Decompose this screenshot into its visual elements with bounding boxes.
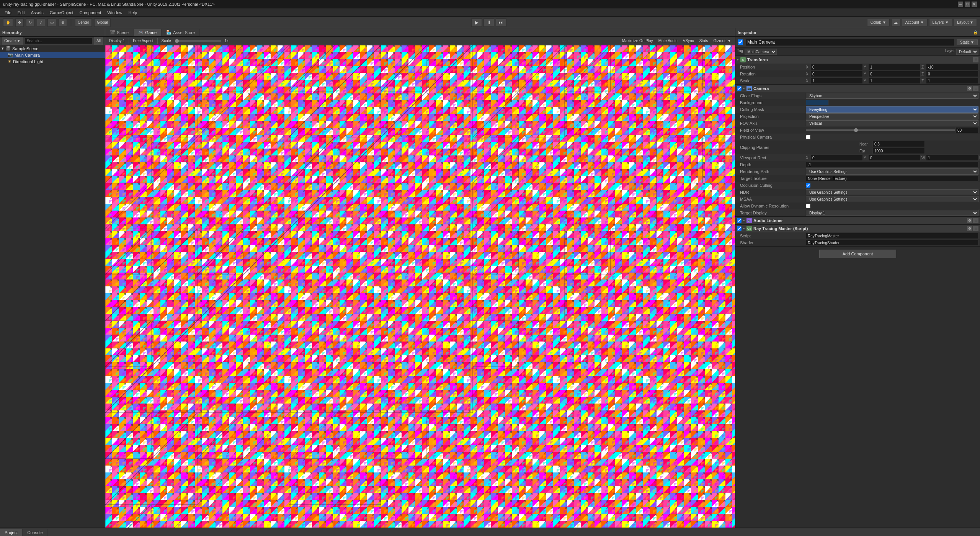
pos-y-input[interactable] [868,64,921,70]
rect-tool[interactable]: ▭ [47,18,56,27]
audio-listener-enabled-checkbox[interactable] [737,218,742,223]
projection-select[interactable]: Perspective [806,113,978,119]
gizmos-select[interactable]: Gizmos ▼ [712,39,733,43]
scale-z-input[interactable] [926,78,978,84]
tab-asset-store[interactable]: 🏪 Asset Store [162,29,200,36]
camera-title-bar[interactable]: ▾ 📷 Camera ⚙ ⋮ [735,85,980,92]
maximize-button[interactable]: □ [965,2,970,7]
pos-z-input[interactable] [926,64,978,70]
rendering-path-select[interactable]: Use Graphics Settings [806,168,978,175]
vp-w-input[interactable] [926,155,978,161]
collab-button[interactable]: Collab ▼ [867,19,890,26]
object-name-input[interactable] [745,38,954,46]
move-tool[interactable]: ✥ [15,18,24,27]
target-display-select[interactable]: Display 1 [806,210,978,216]
occlusion-culling-checkbox[interactable] [806,183,810,188]
near-input[interactable] [872,141,925,147]
cloud-button[interactable]: ☁ [891,19,900,26]
object-active-checkbox[interactable] [738,39,743,45]
ray-tracing-title-bar[interactable]: ▾ C# Ray Tracing Master (Script) ⚙ ⋮ [735,225,980,232]
minimize-button[interactable]: ─ [958,2,963,7]
menu-gameobject[interactable]: GameObject [47,10,77,16]
fov-axis-select[interactable]: Vertical [806,120,978,126]
mute-toggle[interactable]: Mute Audio [657,39,679,43]
inspector-lock[interactable]: 🔒 [973,30,978,34]
shader-input[interactable] [806,240,978,246]
rotate-tool[interactable]: ↻ [26,18,34,27]
play-button[interactable]: ▶ [471,18,482,27]
scale-slider[interactable] [175,40,221,42]
tab-console[interactable]: Console [23,529,47,536]
camera-menu-btn[interactable]: ⋮ [973,86,978,91]
layer-select[interactable]: Default [956,49,978,55]
pos-x-input[interactable] [810,64,863,70]
audio-menu-btn[interactable]: ⋮ [973,218,978,223]
stats-toggle[interactable]: Stats [698,39,710,43]
rot-y-input[interactable] [868,71,921,77]
fov-input[interactable] [956,127,978,133]
static-toggle[interactable]: Static ▼ [957,39,978,45]
hierarchy-search[interactable] [25,38,92,44]
target-texture-input[interactable] [806,175,978,181]
menu-help[interactable]: Help [125,10,140,16]
menu-edit[interactable]: Edit [15,10,28,16]
main-area: Hierarchy Create ▼ All ▾ 🎬 SampleScene 📷… [0,28,980,528]
close-button[interactable]: ✕ [972,2,977,7]
physical-camera-checkbox[interactable] [806,135,810,139]
menu-assets[interactable]: Assets [28,10,47,16]
camera-settings-btn[interactable]: ⚙ [967,86,972,91]
tag-select[interactable]: MainCamera [745,49,777,55]
clear-flags-select[interactable]: Skybox [806,93,978,99]
transform-menu-btn[interactable]: ⋮ [973,57,978,62]
rot-z-input[interactable] [926,71,978,77]
account-button[interactable]: Account ▼ [902,19,928,26]
vsync-toggle[interactable]: VSync [681,39,696,43]
maximize-toggle[interactable]: Maximize On Play [621,39,655,43]
gt-sep2 [157,38,158,44]
culling-mask-select[interactable]: Everything [806,106,978,113]
hierarchy-create[interactable]: Create ▼ [2,37,23,45]
hierarchy-directional-light[interactable]: ☀ Directional Light [0,58,105,65]
hierarchy-main-camera[interactable]: 📷 Main Camera [0,52,105,58]
pause-button[interactable]: ⏸ [483,18,494,27]
script-input[interactable] [806,233,978,239]
ray-tracing-enabled-checkbox[interactable] [737,226,742,231]
hierarchy-all[interactable]: All [94,37,103,45]
tab-game[interactable]: 🎮 Game [134,29,162,36]
transform-title-bar[interactable]: ▾ ⊕ Transform ⋮ [735,56,980,64]
hierarchy-scene[interactable]: ▾ 🎬 SampleScene [0,45,105,52]
ray-menu-btn[interactable]: ⋮ [973,226,978,231]
menu-file[interactable]: File [2,10,15,16]
ray-settings-btn[interactable]: ⚙ [967,226,972,231]
vp-x-input[interactable] [810,155,863,161]
step-button[interactable]: ⏭ [496,18,506,27]
menu-window[interactable]: Window [104,10,125,16]
add-component-button[interactable]: Add Component [819,250,897,258]
center-button[interactable]: Center [75,18,92,27]
aspect-select[interactable]: Free Aspect [131,39,155,43]
fov-slider[interactable] [806,129,955,131]
allow-dynamic-checkbox[interactable] [806,204,810,208]
audio-listener-title-bar[interactable]: ▾ 🔊 Audio Listener ⚙ ⋮ [735,217,980,224]
display-select[interactable]: Display 1 [108,39,126,43]
msaa-select[interactable]: Use Graphics Settings [806,196,978,202]
vp-y-input[interactable] [868,155,921,161]
tab-scene[interactable]: 🎬 Scene [105,29,134,36]
layout-button[interactable]: Layout ▼ [954,19,977,26]
tab-project[interactable]: Project [0,529,23,536]
scale-y-input[interactable] [868,78,921,84]
background-color-picker[interactable] [806,100,829,105]
far-input[interactable] [872,148,925,154]
transform-tool[interactable]: ⊕ [59,18,67,27]
menu-component[interactable]: Component [76,10,104,16]
scale-x-input[interactable] [810,78,863,84]
audio-settings-btn[interactable]: ⚙ [967,218,972,223]
global-button[interactable]: Global [94,18,111,27]
scale-tool[interactable]: ⤢ [37,18,45,27]
layers-button[interactable]: Layers ▼ [929,19,952,26]
hand-tool[interactable]: ✋ [3,18,13,27]
depth-input[interactable] [806,162,978,168]
rot-x-input[interactable] [810,71,863,77]
hdr-select[interactable]: Use Graphics Settings [806,189,978,195]
camera-enabled-checkbox[interactable] [737,86,742,91]
